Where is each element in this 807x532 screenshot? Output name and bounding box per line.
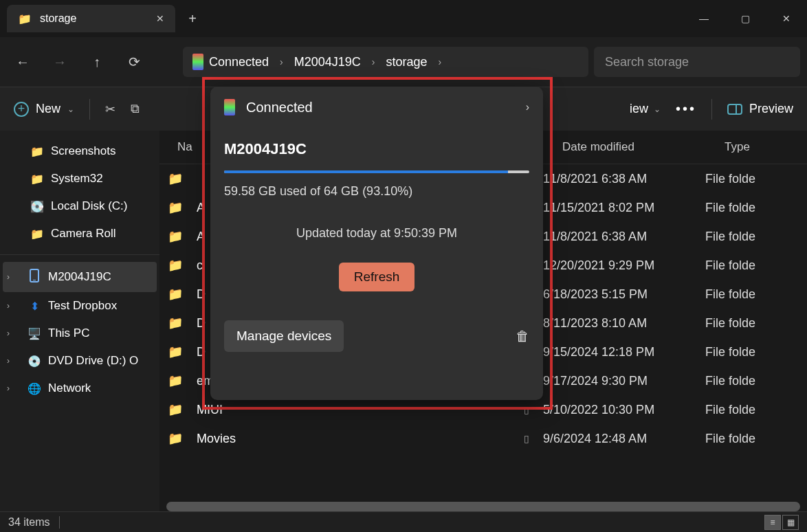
separator	[711, 99, 712, 120]
folder-icon: 📁	[168, 431, 187, 446]
row-date: 9/15/2024 12:18 PM	[543, 345, 705, 359]
close-button[interactable]: ✕	[766, 0, 807, 37]
storage-progress	[224, 170, 529, 173]
view-button[interactable]: iew ⌄	[630, 102, 661, 116]
nav-row: ← → ↑ ⟳ Connected › M2004J19C › storage …	[0, 37, 807, 87]
row-type: File folde	[705, 432, 807, 446]
maximize-button[interactable]: ▢	[725, 0, 766, 37]
row-type: File folde	[705, 403, 807, 417]
details-view-button[interactable]: ≡	[764, 515, 781, 530]
storage-usage-text: 59.58 GB used of 64 GB (93.10%)	[224, 184, 529, 199]
chevron-right-icon[interactable]: ›	[7, 272, 21, 282]
search-input[interactable]: Search storage	[594, 47, 800, 77]
phone-badge-icon: ▯	[524, 433, 529, 444]
forward-button[interactable]: →	[44, 46, 76, 78]
chevron-right-icon[interactable]: ›	[7, 301, 21, 311]
folder-icon: 📁	[168, 315, 187, 331]
sidebar-item-label: M2004J19C	[48, 270, 111, 284]
row-type: File folde	[705, 172, 807, 186]
chevron-right-icon: ›	[274, 56, 289, 67]
progress-fill	[224, 170, 508, 173]
view-toggle: ≡ ▦	[764, 515, 799, 530]
device-name: M2004J19C	[224, 140, 529, 158]
separator	[59, 516, 60, 529]
folder-icon: 📁	[168, 200, 187, 215]
folder-icon: 📁	[30, 228, 44, 241]
network-icon: 🌐	[27, 382, 41, 395]
device-icon	[192, 54, 203, 70]
row-date: 5/10/2022 10:30 PM	[543, 403, 705, 417]
sidebar-item-dvd-drive-d-o[interactable]: ›💿DVD Drive (D:) O	[0, 347, 159, 375]
new-button[interactable]: + New ⌄	[14, 102, 74, 117]
crumb-2[interactable]: storage	[386, 55, 427, 69]
row-name-text: A	[197, 201, 205, 215]
sidebar-item-label: DVD Drive (D:) O	[48, 354, 138, 368]
sidebar-item-this-pc[interactable]: ›🖥️This PC	[0, 320, 159, 347]
sidebar-item-label: Camera Roll	[51, 227, 115, 241]
row-name-text: MIUI	[197, 403, 223, 417]
row-date: 9/6/2024 12:48 AM	[543, 432, 705, 446]
sidebar-item-camera-roll[interactable]: 📁Camera Roll	[0, 220, 159, 247]
copy-icon[interactable]: ⧉	[131, 102, 140, 116]
folder-icon: 📁	[168, 229, 187, 244]
refresh-button[interactable]: Refresh	[339, 263, 415, 291]
row-date: 11/15/2021 8:02 PM	[543, 201, 705, 215]
crumb-0[interactable]: Connected	[209, 55, 269, 69]
back-button[interactable]: ←	[7, 46, 38, 78]
popup-header[interactable]: Connected ›	[224, 99, 529, 115]
col-date[interactable]: Date modified	[562, 140, 725, 154]
chevron-right-icon: ›	[366, 56, 381, 67]
sidebar-item-test-dropbox[interactable]: ›⬍Test Dropbox	[0, 292, 159, 320]
new-tab-button[interactable]: +	[175, 11, 210, 27]
folder-icon: 📁	[30, 173, 44, 186]
row-date: 8/11/2023 8:10 AM	[543, 316, 705, 331]
row-date: 12/20/2021 9:29 PM	[543, 258, 705, 273]
trash-icon[interactable]: 🗑	[516, 329, 529, 344]
title-bar: 📁 storage ✕ + — ▢ ✕	[0, 0, 807, 37]
row-name-text: c	[197, 258, 203, 273]
file-row[interactable]: 📁Movies▯9/6/2024 12:48 AMFile folde	[159, 424, 807, 453]
minimize-button[interactable]: —	[683, 0, 725, 37]
popup-header-label: Connected	[246, 100, 313, 115]
row-name-text: Movies	[197, 432, 236, 446]
pc-icon: 🖥️	[27, 327, 41, 340]
disk-icon: 💽	[30, 200, 44, 213]
sidebar-item-network[interactable]: ›🌐Network	[0, 375, 159, 402]
folder-icon: 📁	[168, 344, 187, 359]
icons-view-button[interactable]: ▦	[782, 515, 799, 530]
chevron-right-icon[interactable]: ›	[7, 356, 21, 366]
row-name-text: D	[197, 316, 206, 331]
folder-icon: 📁	[168, 373, 187, 388]
refresh-nav-button[interactable]: ⟳	[118, 46, 150, 78]
preview-button[interactable]: Preview	[727, 102, 793, 116]
sidebar-item-label: Test Dropbox	[48, 299, 117, 313]
row-date: 9/17/2024 9:30 PM	[543, 374, 705, 388]
sidebar-item-m2004j19c[interactable]: ›M2004J19C	[3, 262, 157, 292]
chevron-down-icon: ⌄	[654, 104, 661, 114]
cut-icon[interactable]: ✂	[105, 102, 115, 117]
tab-close-button[interactable]: ✕	[156, 13, 164, 24]
row-name-text: A	[197, 230, 205, 244]
sidebar-item-screenshots[interactable]: 📁Screenshots	[0, 137, 159, 165]
manage-devices-button[interactable]: Manage devices	[224, 320, 344, 352]
col-type[interactable]: Type	[725, 140, 807, 154]
preview-pane-icon	[727, 104, 742, 115]
sidebar-item-system32[interactable]: 📁System32	[0, 165, 159, 192]
separator	[89, 99, 90, 120]
up-button[interactable]: ↑	[81, 46, 113, 78]
row-name-text: D	[197, 287, 206, 302]
row-type: File folde	[705, 258, 807, 273]
sidebar-item-label: Network	[48, 381, 91, 395]
crumb-1[interactable]: M2004J19C	[294, 55, 361, 69]
chevron-right-icon[interactable]: ›	[7, 329, 21, 338]
dropbox-icon: ⬍	[27, 300, 41, 313]
tab-active[interactable]: 📁 storage ✕	[7, 5, 175, 32]
horizontal-scrollbar[interactable]	[166, 502, 800, 511]
chevron-right-icon[interactable]: ›	[7, 384, 21, 393]
phone-badge-icon: ▯	[524, 404, 529, 415]
row-type: File folde	[705, 230, 807, 244]
sidebar-item-local-disk-c-[interactable]: 💽Local Disk (C:)	[0, 192, 159, 220]
address-bar[interactable]: Connected › M2004J19C › storage ›	[183, 47, 588, 77]
more-button[interactable]: •••	[676, 101, 696, 117]
folder-icon: 📁	[168, 402, 187, 417]
